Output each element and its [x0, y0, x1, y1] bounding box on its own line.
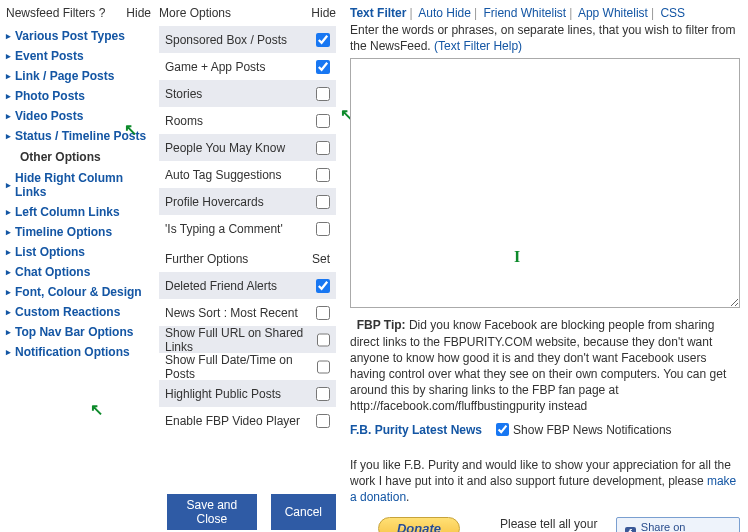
tab-auto-hide[interactable]: Auto Hide	[418, 6, 471, 20]
triangle-icon: ▸	[6, 307, 11, 317]
option-checkbox[interactable]	[316, 414, 330, 428]
news-notifications-toggle[interactable]: Show FBP News Notifications	[496, 423, 672, 437]
option-row: News Sort : Most Recent	[159, 299, 336, 326]
option-row: Rooms	[159, 107, 336, 134]
sidebar-item[interactable]: ▸Chat Options	[6, 262, 151, 282]
option-label: Profile Hovercards	[165, 195, 264, 209]
option-label: People You May Know	[165, 141, 285, 155]
save-button[interactable]: Save and Close	[167, 494, 257, 530]
option-label: 'Is Typing a Comment'	[165, 222, 283, 236]
option-checkbox[interactable]	[316, 168, 330, 182]
triangle-icon: ▸	[6, 180, 11, 190]
triangle-icon: ▸	[6, 207, 11, 217]
option-label: Stories	[165, 87, 202, 101]
text-filter-panel: Text Filter| Auto Hide| Friend Whitelist…	[340, 0, 748, 532]
triangle-icon: ▸	[6, 287, 11, 297]
sidebar-item[interactable]: ▸List Options	[6, 242, 151, 262]
more-options-header: More Options Hide	[159, 6, 336, 20]
sidebar-item-label: Left Column Links	[15, 205, 120, 219]
tab-app-whitelist[interactable]: App Whitelist	[578, 6, 648, 20]
option-label: Sponsored Box / Posts	[165, 33, 287, 47]
option-checkbox[interactable]	[316, 195, 330, 209]
option-row: Game + App Posts	[159, 53, 336, 80]
further-options-header: Further Options Set	[159, 242, 336, 272]
option-label: Show Full URL on Shared Links	[165, 326, 317, 354]
sidebar-item[interactable]: ▸Notification Options	[6, 342, 151, 362]
triangle-icon: ▸	[6, 247, 11, 257]
filter-tabs: Text Filter| Auto Hide| Friend Whitelist…	[350, 6, 740, 20]
text-filter-input[interactable]	[350, 58, 740, 308]
option-label: Rooms	[165, 114, 203, 128]
sidebar-newsfeed-filters: Newsfeed Filters ? Hide ▸Various Post Ty…	[0, 0, 155, 532]
sidebar-item-label: Event Posts	[15, 49, 84, 63]
cursor-icon: ↖	[90, 400, 103, 419]
tab-css[interactable]: CSS	[660, 6, 685, 20]
sidebar-item[interactable]: ▸Event Posts	[6, 46, 151, 66]
latest-news-link[interactable]: F.B. Purity Latest News	[350, 423, 482, 437]
sidebar-item[interactable]: ▸Various Post Types	[6, 26, 151, 46]
sidebar-header: Newsfeed Filters ? Hide	[6, 6, 151, 20]
option-checkbox[interactable]	[316, 114, 330, 128]
triangle-icon: ▸	[6, 347, 11, 357]
option-row: Show Full Date/Time on Posts	[159, 353, 336, 380]
sidebar-item-label: Photo Posts	[15, 89, 85, 103]
triangle-icon: ▸	[6, 227, 11, 237]
sidebar-item[interactable]: ▸Video Posts	[6, 106, 151, 126]
option-checkbox[interactable]	[316, 141, 330, 155]
cancel-button[interactable]: Cancel	[271, 494, 336, 530]
help-icon[interactable]: ?	[99, 6, 106, 20]
sidebar-item[interactable]: ▸Link / Page Posts	[6, 66, 151, 86]
sidebar-item[interactable]: ▸Hide Right Column Links	[6, 168, 151, 202]
tab-friend-whitelist[interactable]: Friend Whitelist	[483, 6, 566, 20]
sidebar-item[interactable]: ▸Custom Reactions	[6, 302, 151, 322]
sidebar-item[interactable]: ▸Left Column Links	[6, 202, 151, 222]
sidebar-item-label: Font, Colour & Design	[15, 285, 142, 299]
sidebar-item-label: Timeline Options	[15, 225, 112, 239]
option-checkbox[interactable]	[317, 360, 330, 374]
option-row: 'Is Typing a Comment'	[159, 215, 336, 242]
sidebar-item[interactable]: ▸Status / Timeline Posts	[6, 126, 151, 146]
sidebar-item[interactable]: ▸Top Nav Bar Options	[6, 322, 151, 342]
news-notifications-checkbox[interactable]	[496, 423, 509, 436]
intro-text: Enter the words or phrases, on separate …	[350, 22, 740, 54]
option-row: Highlight Public Posts	[159, 380, 336, 407]
option-label: Deleted Friend Alerts	[165, 279, 277, 293]
sidebar-item[interactable]: ▸Font, Colour & Design	[6, 282, 151, 302]
sidebar-item[interactable]: ▸Photo Posts	[6, 86, 151, 106]
text-filter-help-link[interactable]: (Text Filter Help)	[434, 39, 522, 53]
option-checkbox[interactable]	[316, 222, 330, 236]
option-checkbox[interactable]	[316, 387, 330, 401]
donate-button[interactable]: Donate	[378, 517, 460, 532]
more-options-title: More Options	[159, 6, 231, 20]
option-row: Auto Tag Suggestions	[159, 161, 336, 188]
option-checkbox[interactable]	[316, 60, 330, 74]
column-hide-label: Hide	[126, 6, 151, 20]
sidebar-item-label: Chat Options	[15, 265, 90, 279]
facebook-icon: f	[625, 527, 636, 532]
more-options-panel: More Options Hide Sponsored Box / PostsG…	[155, 0, 340, 532]
option-label: Auto Tag Suggestions	[165, 168, 282, 182]
tab-text-filter[interactable]: Text Filter	[350, 6, 406, 20]
option-row: Deleted Friend Alerts	[159, 272, 336, 299]
option-row: Profile Hovercards	[159, 188, 336, 215]
sidebar-item-label: Notification Options	[15, 345, 130, 359]
share-facebook-button[interactable]: f Share on Facebook	[616, 517, 740, 532]
option-row: Sponsored Box / Posts	[159, 26, 336, 53]
triangle-icon: ▸	[6, 91, 11, 101]
option-checkbox[interactable]	[316, 87, 330, 101]
sidebar-item-label: Video Posts	[15, 109, 83, 123]
other-options-label: Other Options	[6, 146, 151, 168]
further-options-title: Further Options	[165, 252, 248, 266]
option-checkbox[interactable]	[316, 306, 330, 320]
option-row: Stories	[159, 80, 336, 107]
option-row: Show Full URL on Shared Links	[159, 326, 336, 353]
option-row: People You May Know	[159, 134, 336, 161]
option-label: Highlight Public Posts	[165, 387, 281, 401]
option-checkbox[interactable]	[316, 33, 330, 47]
option-checkbox[interactable]	[316, 279, 330, 293]
triangle-icon: ▸	[6, 131, 11, 141]
triangle-icon: ▸	[6, 327, 11, 337]
sidebar-item[interactable]: ▸Timeline Options	[6, 222, 151, 242]
donation-appeal: If you like F.B. Purity and would like t…	[350, 457, 740, 506]
option-checkbox[interactable]	[317, 333, 330, 347]
